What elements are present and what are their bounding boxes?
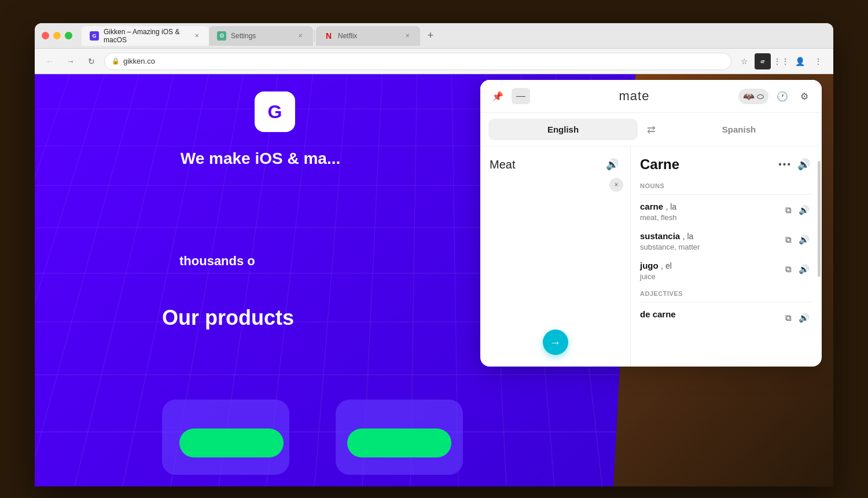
translation-sound-button[interactable]: 🔊 — [795, 156, 812, 173]
entry-decarne-actions: ⧉ 🔊 — [784, 309, 812, 327]
translation-body: Meat 🔊 × → Carne ••• — [480, 147, 822, 367]
sustancia-sound-button[interactable]: 🔊 — [795, 231, 812, 248]
dark-mode-button[interactable]: 🦇 ⬭ — [738, 89, 768, 104]
bookmark-button[interactable]: ☆ — [736, 53, 752, 69]
pin-button[interactable]: 📌 — [490, 88, 506, 104]
tab-settings-label: Settings — [231, 32, 256, 40]
gikken-favicon: G — [90, 31, 99, 41]
entry-carne-actions: ⧉ 🔊 — [784, 202, 812, 219]
minimize-window-button[interactable] — [53, 32, 61, 39]
popup-title: mate — [536, 89, 733, 104]
entry-decarne-word: de carne — [640, 309, 784, 320]
copy-sustancia-button[interactable]: ⧉ — [784, 233, 793, 246]
swap-languages-button[interactable]: ⇄ — [642, 121, 660, 138]
tab-settings-close[interactable]: ✕ — [296, 31, 305, 41]
scrollbar[interactable] — [818, 161, 821, 277]
product-button-1[interactable] — [179, 429, 284, 457]
source-word-display: Meat 🔊 — [490, 156, 621, 173]
translation-actions: ••• 🔊 — [778, 156, 812, 173]
reload-button[interactable]: ↻ — [83, 53, 100, 69]
close-window-button[interactable] — [42, 32, 49, 39]
collapse-button[interactable]: — — [512, 88, 530, 104]
entry-jugo-term: jugo — [640, 261, 659, 270]
entry-carne-article: , la — [665, 202, 676, 211]
decarne-sound-button[interactable]: 🔊 — [795, 309, 812, 327]
target-language-button[interactable]: Spanish — [664, 119, 814, 140]
site-subheadline: thousands o — [179, 254, 255, 269]
source-language-button[interactable]: English — [488, 119, 638, 140]
translation-word: Carne — [640, 156, 679, 173]
back-button[interactable]: ← — [42, 53, 58, 69]
tabs-bar: G Gikken – Amazing iOS & macOS ✕ ⚙ Setti… — [82, 26, 826, 46]
entry-jugo-content: jugo , el juice — [640, 261, 784, 281]
tab-gikken[interactable]: G Gikken – Amazing iOS & macOS ✕ — [82, 26, 209, 46]
popup-header: 📌 — mate 🦇 ⬭ 🕐 ⚙ — [480, 80, 822, 113]
site-logo: G — [255, 91, 295, 132]
tab-netflix[interactable]: N Netflix ✕ — [316, 26, 420, 46]
settings-favicon: ⚙ — [217, 31, 226, 41]
site-headline: We make iOS & ma... — [150, 149, 370, 168]
source-panel: Meat 🔊 × → — [480, 147, 631, 367]
forward-button[interactable]: → — [62, 53, 79, 69]
tab-settings[interactable]: ⚙ Settings ✕ — [209, 26, 313, 46]
entry-jugo-definition: juice — [640, 272, 784, 281]
entry-decarne-content: de carne — [640, 309, 784, 320]
clear-source-button[interactable]: × — [609, 178, 623, 192]
translation-panel: Carne ••• 🔊 Nouns carne , la — [631, 147, 822, 367]
entry-carne-word: carne , la — [640, 202, 784, 212]
entry-sustancia-actions: ⧉ 🔊 — [784, 231, 812, 248]
traffic-lights — [42, 32, 72, 39]
address-text: gikken.co — [123, 57, 155, 65]
tab-netflix-label: Netflix — [338, 32, 357, 40]
menu-button[interactable]: ⋮ — [810, 53, 826, 69]
tab-gikken-label: Gikken – Amazing iOS & macOS — [104, 28, 189, 44]
maximize-window-button[interactable] — [65, 32, 72, 39]
title-bar: G Gikken – Amazing iOS & macOS ✕ ⚙ Setti… — [35, 23, 833, 49]
translation-entry-decarne: de carne ⧉ 🔊 — [640, 309, 812, 327]
new-tab-button[interactable]: + — [422, 28, 439, 44]
translation-entry-jugo: jugo , el juice ⧉ 🔊 — [640, 261, 812, 281]
entry-carne-definition: meat, flesh — [640, 213, 784, 222]
carne-sound-button[interactable]: 🔊 — [795, 202, 812, 219]
extensions-button[interactable]: ⋮⋮ — [773, 53, 789, 69]
entry-sustancia-word: sustancia , la — [640, 231, 784, 241]
dark-mode-toggle: ⬭ — [757, 91, 764, 101]
settings-button[interactable]: ⚙ — [796, 88, 812, 104]
copy-decarne-button[interactable]: ⧉ — [784, 312, 793, 324]
source-word-text: Meat — [490, 158, 515, 171]
more-options-button[interactable]: ••• — [778, 159, 792, 170]
entry-sustancia-article: , la — [683, 232, 694, 241]
entry-sustancia-definition: substance, matter — [640, 243, 784, 251]
entry-carne-term: carne — [640, 202, 663, 211]
translation-entry-carne: carne , la meat, flesh ⧉ 🔊 — [640, 202, 812, 222]
address-bar[interactable]: 🔒 gikken.co — [104, 53, 731, 70]
entry-decarne-term: de carne — [640, 309, 676, 319]
tab-netflix-close[interactable]: ✕ — [403, 31, 412, 41]
browser-window: G Gikken – Amazing iOS & macOS ✕ ⚙ Setti… — [35, 23, 833, 486]
adjectives-section-title: Adjectives — [640, 290, 812, 302]
expand-arrow-button[interactable]: → — [543, 329, 568, 355]
entry-jugo-actions: ⧉ 🔊 — [784, 261, 812, 278]
profile-button[interactable]: 👤 — [792, 53, 808, 69]
mate-extension-button[interactable]: æ — [755, 53, 771, 69]
copy-carne-button[interactable]: ⧉ — [784, 204, 793, 217]
nav-bar: ← → ↻ 🔒 gikken.co ☆ æ ⋮⋮ 👤 ⋮ — [35, 49, 833, 74]
entry-jugo-word: jugo , el — [640, 261, 784, 271]
jugo-sound-button[interactable]: 🔊 — [795, 261, 812, 278]
translation-entry-sustancia: sustancia , la substance, matter ⧉ 🔊 — [640, 231, 812, 251]
tab-separator — [314, 30, 315, 42]
entry-sustancia-term: sustancia — [640, 231, 680, 241]
source-sound-button[interactable]: 🔊 — [604, 156, 621, 173]
netflix-favicon: N — [324, 31, 333, 41]
product-button-2[interactable] — [347, 429, 451, 457]
bat-icon: 🦇 — [743, 91, 755, 102]
tab-gikken-close[interactable]: ✕ — [193, 31, 201, 41]
nav-actions: ☆ æ ⋮⋮ 👤 ⋮ — [736, 53, 826, 69]
copy-jugo-button[interactable]: ⧉ — [784, 263, 793, 276]
lock-icon: 🔒 — [112, 57, 120, 65]
mate-popup: 📌 — mate 🦇 ⬭ 🕐 ⚙ English ⇄ Spanish — [480, 80, 822, 367]
history-button[interactable]: 🕐 — [774, 88, 790, 104]
entry-carne-content: carne , la meat, flesh — [640, 202, 784, 222]
translation-header: Carne ••• 🔊 — [640, 156, 812, 173]
entry-sustancia-content: sustancia , la substance, matter — [640, 231, 784, 251]
